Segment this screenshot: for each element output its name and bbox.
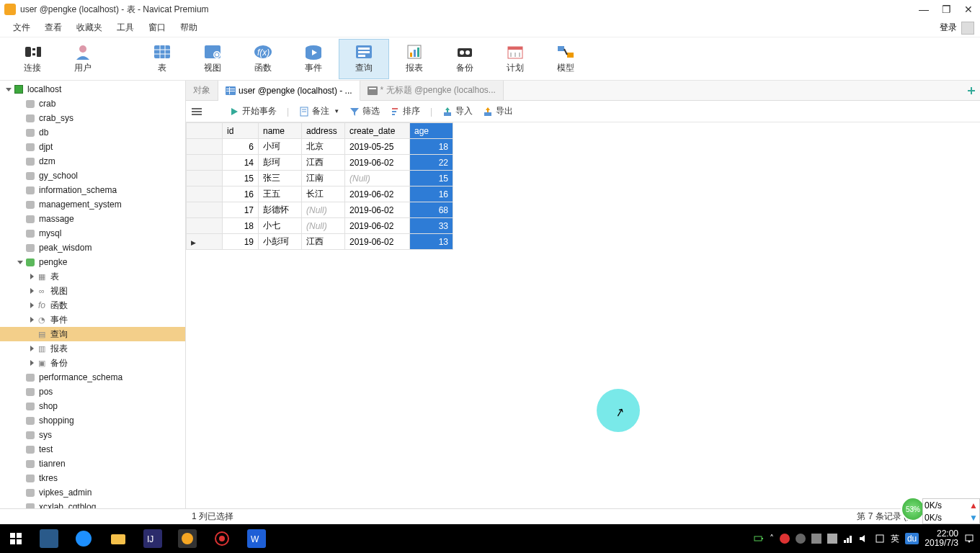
maximize-button[interactable]: ❐ — [942, 4, 951, 15]
db-information_schema[interactable]: information_schema — [0, 183, 185, 197]
db-child-event[interactable]: ◔事件 — [0, 313, 185, 327]
taskbar-app-1[interactable] — [32, 524, 66, 553]
db-child-view[interactable]: ∞视图 — [0, 284, 185, 298]
table-row[interactable]: 6小珂北京2019-05-2518 — [187, 139, 453, 155]
tray-onedrive-icon[interactable] — [875, 534, 885, 544]
db-shop[interactable]: shop — [0, 399, 185, 413]
tray-clock[interactable]: 22:00 2019/7/3 — [925, 529, 958, 548]
tray-chevron-icon[interactable]: ˄ — [770, 534, 774, 544]
tray-battery-icon[interactable] — [754, 534, 764, 544]
db-pengke[interactable]: pengke — [0, 255, 185, 269]
db-management_system[interactable]: management_system — [0, 197, 185, 212]
col-name[interactable]: name — [259, 123, 302, 139]
db-db[interactable]: db — [0, 125, 185, 140]
memo-button[interactable]: 备注▼ — [299, 105, 339, 117]
network-widget[interactable]: 0K/s▲ 0K/s▼ — [922, 498, 980, 524]
menu-help[interactable]: 帮助 — [173, 19, 205, 36]
menu-toggle-button[interactable] — [192, 108, 202, 115]
taskbar-edge[interactable] — [66, 524, 101, 553]
close-button[interactable]: ✕ — [964, 4, 973, 15]
table-row[interactable]: 15张三江南(Null)15 — [187, 171, 453, 186]
db-child-backup[interactable]: ▣备份 — [0, 356, 185, 370]
tray-ime[interactable]: 英 — [891, 533, 899, 545]
col-address[interactable]: address — [302, 123, 345, 139]
toolbar-model-button[interactable]: 模型 — [540, 39, 591, 79]
tab-user-table[interactable]: user @pengke (localhost) - ... — [218, 81, 360, 101]
menu-view[interactable]: 查看 — [37, 19, 69, 36]
db-peak_wisdom[interactable]: peak_wisdom — [0, 240, 185, 255]
db-child-query[interactable]: ▤查询 — [0, 327, 185, 341]
toolbar-user-button[interactable]: 用户 — [58, 39, 108, 79]
avatar-icon[interactable] — [961, 22, 974, 35]
table-row[interactable]: 17彭德怀(Null)2019-06-0268 — [187, 202, 453, 218]
login-link[interactable]: 登录 — [940, 22, 957, 34]
begin-transaction-button[interactable]: 开始事务 — [229, 105, 277, 117]
toolbar-event-button[interactable]: 事件 — [288, 39, 339, 79]
filter-button[interactable]: 筛选 — [349, 105, 380, 117]
tray-volume-icon[interactable] — [859, 534, 869, 544]
toolbar-schedule-button[interactable]: 计划 — [490, 39, 540, 79]
db-mysql[interactable]: mysql — [0, 226, 185, 240]
col-age[interactable]: age — [410, 123, 453, 139]
toolbar-query-button[interactable]: 查询 — [339, 39, 389, 79]
toolbar-table-button[interactable]: 表 — [137, 39, 187, 79]
db-sys[interactable]: sys — [0, 428, 185, 442]
taskbar-explorer[interactable] — [101, 524, 135, 553]
sort-button[interactable]: 排序 — [390, 105, 420, 117]
db-crab[interactable]: crab — [0, 96, 185, 111]
tray-icon-1[interactable] — [780, 534, 790, 544]
db-child-table[interactable]: ▦表 — [0, 269, 185, 284]
col-create_date[interactable]: create_date — [345, 123, 410, 139]
db-pos[interactable]: pos — [0, 385, 185, 399]
db-child-fx[interactable]: fo函数 — [0, 298, 185, 313]
start-button[interactable] — [0, 524, 32, 553]
tab-objects[interactable]: 对象 — [186, 81, 218, 100]
import-button[interactable]: 导入 — [442, 105, 473, 117]
menu-favorites[interactable]: 收藏夹 — [69, 19, 110, 36]
db-massage[interactable]: massage — [0, 212, 185, 226]
table-row[interactable]: 19小彭珂江西2019-06-0213 — [187, 234, 453, 250]
tray-icon-4[interactable] — [827, 534, 837, 544]
tray-network-icon[interactable] — [843, 534, 853, 544]
taskbar-navicat[interactable] — [170, 524, 205, 553]
menu-tools[interactable]: 工具 — [110, 19, 141, 36]
col-id[interactable]: id — [223, 123, 259, 139]
table-row[interactable]: 16王五长江2019-06-0216 — [187, 186, 453, 202]
taskbar-wps[interactable]: W — [239, 524, 274, 553]
menu-file[interactable]: 文件 — [6, 19, 37, 36]
toolbar-backup-button[interactable]: 备份 — [440, 39, 490, 79]
accelerator-badge[interactable]: 53% — [901, 497, 925, 521]
db-performance_schema[interactable]: performance_schema — [0, 370, 185, 385]
tray-icon-2[interactable] — [796, 534, 806, 544]
tray-baidu[interactable]: du — [905, 533, 919, 544]
db-test[interactable]: test — [0, 442, 185, 457]
toolbar-report-button[interactable]: 报表 — [389, 39, 440, 79]
connection-tree[interactable]: localhostcrabcrab_sysdbdjptdzmgy_schooli… — [0, 81, 186, 524]
db-gy_school[interactable]: gy_school — [0, 168, 185, 183]
db-shopping[interactable]: shopping — [0, 413, 185, 428]
db-tianren[interactable]: tianren — [0, 457, 185, 471]
connection-localhost[interactable]: localhost — [0, 82, 185, 96]
taskbar-intellij[interactable]: IJ — [135, 524, 170, 553]
toolbar-fx-button[interactable]: f(x)函数 — [238, 39, 288, 79]
data-grid[interactable]: idnameaddresscreate_dateage6小珂北京2019-05-… — [186, 122, 980, 508]
system-tray[interactable]: ˄ 英 du 22:00 2019/7/3 — [754, 529, 980, 548]
db-vipkes_admin[interactable]: vipkes_admin — [0, 485, 185, 500]
export-button[interactable]: 导出 — [483, 105, 513, 117]
db-child-report[interactable]: ▥报表 — [0, 341, 185, 356]
add-tab-button[interactable] — [963, 81, 980, 100]
toolbar-view-button[interactable]: 视图 — [187, 39, 238, 79]
menu-window[interactable]: 窗口 — [141, 19, 173, 36]
toolbar-plug-button[interactable]: 连接 — [7, 39, 58, 79]
tray-icon-3[interactable] — [811, 534, 821, 544]
db-crab_sys[interactable]: crab_sys — [0, 111, 185, 125]
minimize-button[interactable]: — — [919, 4, 929, 15]
tray-notifications-icon[interactable] — [964, 534, 974, 544]
db-dzm[interactable]: dzm — [0, 154, 185, 168]
table-row[interactable]: 14彭珂江西2019-06-0222 — [187, 155, 453, 171]
tab-untitled-query[interactable]: * 无标题 @pengke (localhos... — [360, 81, 504, 100]
taskbar-recorder[interactable] — [205, 524, 239, 553]
db-tkres[interactable]: tkres — [0, 471, 185, 485]
table-row[interactable]: 18小七(Null)2019-06-0233 — [187, 218, 453, 234]
db-djpt[interactable]: djpt — [0, 140, 185, 154]
